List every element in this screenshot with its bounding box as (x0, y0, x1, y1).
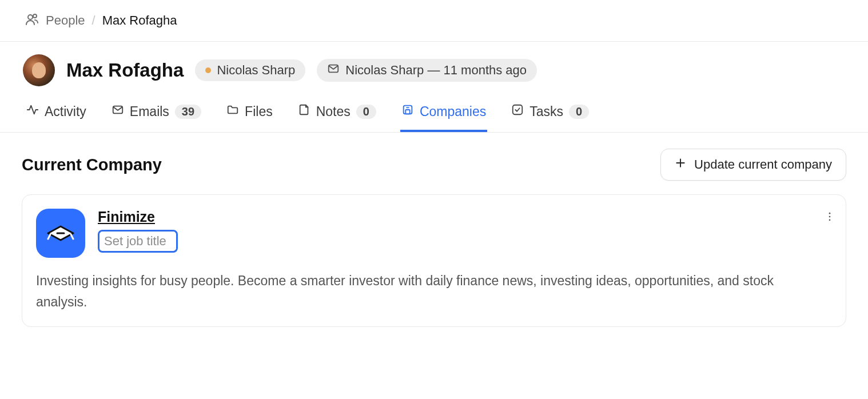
svg-point-0 (28, 15, 33, 19)
tab-activity-label: Activity (45, 104, 86, 119)
svg-point-11 (829, 220, 831, 221)
activity-icon (26, 103, 39, 119)
svg-rect-6 (513, 105, 523, 115)
tab-activity[interactable]: Activity (25, 101, 87, 132)
tab-notes[interactable]: Notes 0 (297, 101, 377, 132)
update-company-button[interactable]: Update current company (660, 149, 846, 181)
svg-point-9 (829, 213, 831, 214)
tab-tasks-count: 0 (569, 105, 589, 119)
tab-tasks[interactable]: Tasks 0 (510, 101, 590, 132)
note-icon (298, 103, 310, 119)
tab-tasks-label: Tasks (529, 104, 563, 119)
owner-chip-label: Nicolas Sharp (217, 63, 295, 78)
svg-rect-5 (405, 110, 409, 114)
envelope-icon (112, 103, 124, 119)
person-name: Max Rofagha (66, 59, 184, 81)
tab-emails-count: 39 (175, 105, 201, 119)
status-dot-icon (205, 67, 211, 73)
tab-files-label: Files (245, 104, 273, 119)
envelope-icon (327, 62, 340, 78)
tab-emails-label: Emails (130, 104, 169, 119)
section-header: Current Company Update current company (22, 149, 846, 181)
person-header: Max Rofagha Nicolas Sharp Nicolas Sharp … (0, 42, 868, 91)
breadcrumb-separator: / (92, 13, 95, 28)
company-name-link[interactable]: Finimize (98, 209, 178, 225)
last-contact-chip[interactable]: Nicolas Sharp — 11 months ago (317, 59, 537, 82)
company-card: Finimize Investing insights for busy peo… (22, 194, 846, 327)
current-company-section: Current Company Update current company F… (0, 133, 868, 343)
update-company-button-label: Update current company (694, 157, 832, 172)
breadcrumb-current: Max Rofagha (102, 13, 177, 28)
breadcrumb-section[interactable]: People (46, 13, 85, 28)
svg-point-1 (33, 14, 37, 18)
tab-companies[interactable]: Companies (400, 101, 487, 132)
tab-notes-count: 0 (356, 105, 376, 119)
last-contact-chip-label: Nicolas Sharp — 11 months ago (345, 63, 527, 78)
owner-chip[interactable]: Nicolas Sharp (195, 59, 305, 81)
avatar[interactable] (23, 54, 55, 86)
tab-files[interactable]: Files (225, 101, 274, 132)
tabs: Activity Emails 39 Files Notes 0 Compani… (0, 91, 868, 133)
company-description: Investing insights for busy people. Beco… (36, 270, 791, 313)
tab-emails[interactable]: Emails 39 (110, 101, 202, 132)
companies-icon (401, 103, 414, 119)
breadcrumb: People / Max Rofagha (0, 0, 868, 42)
people-icon (25, 13, 39, 29)
tasks-icon (511, 103, 524, 119)
svg-point-10 (829, 216, 831, 218)
company-logo[interactable] (36, 209, 85, 258)
section-title: Current Company (22, 155, 162, 174)
folder-icon (226, 103, 239, 119)
job-title-input[interactable] (98, 230, 178, 253)
tab-companies-label: Companies (420, 104, 486, 119)
plus-icon (675, 157, 686, 172)
more-icon[interactable] (824, 211, 835, 225)
tab-notes-label: Notes (316, 104, 351, 119)
